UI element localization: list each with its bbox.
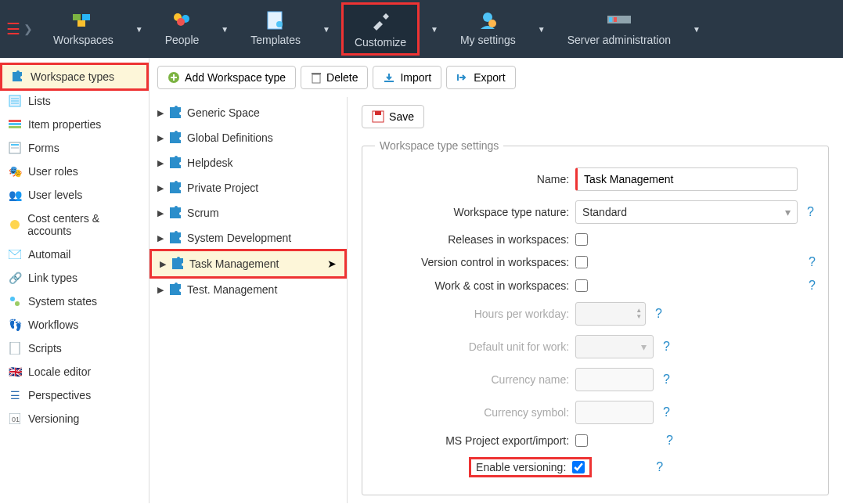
- tree-item[interactable]: ▶Global Definitions: [150, 125, 347, 150]
- chevron-down-icon[interactable]: ▼: [530, 25, 553, 34]
- mysettings-icon: [474, 9, 502, 32]
- help-icon[interactable]: ?: [663, 340, 670, 354]
- svg-rect-34: [375, 111, 381, 115]
- releases-checkbox[interactable]: [575, 233, 588, 246]
- tree-item[interactable]: ▶Private Project: [150, 175, 347, 200]
- svg-point-23: [10, 220, 20, 229]
- caret-icon: ▶: [157, 208, 164, 218]
- locale-icon: 🇬🇧: [8, 365, 22, 378]
- trash-icon: [311, 71, 322, 84]
- versioning-checkbox[interactable]: [572, 461, 585, 473]
- menu-icon[interactable]: ☰: [6, 20, 20, 38]
- svg-rect-12: [614, 17, 617, 22]
- help-icon[interactable]: ?: [656, 460, 663, 474]
- workspace-type-settings: Workspace type settings Name: Workspace …: [362, 139, 829, 495]
- svg-rect-18: [9, 123, 21, 125]
- svg-point-5: [177, 18, 185, 26]
- sidebar-item-locale-editor[interactable]: 🇬🇧 Locale editor: [0, 360, 149, 383]
- sidebar-item-scripts[interactable]: Scripts: [0, 337, 149, 360]
- nav-templates[interactable]: Templates: [240, 2, 312, 56]
- svg-text:01: 01: [12, 416, 20, 423]
- import-icon: [383, 72, 395, 83]
- forms-icon: [8, 142, 22, 154]
- puzzle-icon: [10, 70, 24, 83]
- sidebar-item-user-roles[interactable]: 🎭 User roles: [0, 160, 149, 183]
- link-icon: 🔗: [8, 272, 22, 284]
- tree-item[interactable]: ▶System Development: [150, 225, 347, 250]
- svg-rect-19: [9, 126, 21, 128]
- help-icon[interactable]: ?: [663, 405, 670, 419]
- workcost-label: Work & cost in workspaces:: [375, 279, 575, 292]
- customize-icon: [366, 11, 394, 34]
- caret-icon: ▶: [157, 158, 164, 168]
- nav-workspaces[interactable]: Workspaces: [42, 2, 124, 56]
- save-button[interactable]: Save: [362, 105, 424, 128]
- name-label: Name:: [375, 173, 575, 185]
- currency-symbol-label: Currency symbol:: [375, 406, 575, 419]
- delete-button[interactable]: Delete: [301, 66, 368, 89]
- export-button[interactable]: Export: [446, 66, 515, 89]
- nav-caret-icon: ❯: [23, 23, 33, 35]
- msproject-checkbox[interactable]: [575, 434, 588, 447]
- help-icon[interactable]: ?: [807, 205, 814, 219]
- nav-people[interactable]: People: [154, 2, 211, 56]
- import-button[interactable]: Import: [373, 66, 441, 89]
- vcs-label: Version control in workspaces:: [375, 256, 575, 268]
- name-input[interactable]: [575, 167, 798, 191]
- sidebar-item-workspace-types[interactable]: Workspace types: [0, 63, 149, 91]
- svg-point-9: [488, 20, 496, 27]
- sidebar-item-perspectives[interactable]: ☰ Perspectives: [0, 383, 149, 407]
- sidebar-item-versioning[interactable]: 01 Versioning: [0, 407, 149, 430]
- sidebar-item-automail[interactable]: Automail: [0, 243, 149, 266]
- sidebar-item-user-levels[interactable]: 👥 User levels: [0, 183, 149, 207]
- add-icon: [168, 71, 180, 84]
- caret-icon: ▶: [157, 233, 164, 243]
- chevron-down-icon[interactable]: ▼: [213, 25, 236, 34]
- svg-point-26: [15, 301, 20, 306]
- cursor-icon: ➤: [327, 257, 337, 270]
- states-icon: [8, 296, 22, 307]
- help-icon[interactable]: ?: [809, 279, 816, 293]
- tree-item[interactable]: ▶Generic Space: [150, 100, 347, 125]
- svg-rect-11: [609, 17, 612, 22]
- tree-item-selected[interactable]: ▶Task Management➤: [150, 249, 347, 279]
- sidebar-item-cost-centers[interactable]: Cost centers & accounts: [0, 207, 149, 243]
- sidebar-item-system-states[interactable]: System states: [0, 290, 149, 313]
- tree-item[interactable]: ▶Scrum: [150, 200, 347, 225]
- vcs-checkbox[interactable]: [575, 256, 588, 268]
- properties-icon: [8, 120, 22, 129]
- chevron-down-icon[interactable]: ▼: [128, 25, 151, 34]
- tree-item[interactable]: ▶Helpdesk: [150, 150, 347, 175]
- svg-rect-32: [312, 73, 321, 74]
- settings-legend: Workspace type settings: [375, 139, 503, 152]
- sidebar-item-item-properties[interactable]: Item properties: [0, 113, 149, 136]
- help-icon[interactable]: ?: [666, 434, 673, 448]
- sidebar-item-workflows[interactable]: 👣 Workflows: [0, 313, 149, 337]
- chevron-down-icon[interactable]: ▼: [423, 25, 446, 34]
- caret-icon: ▶: [157, 108, 164, 118]
- help-icon[interactable]: ?: [809, 255, 816, 269]
- svg-point-25: [10, 297, 15, 301]
- sidebar-item-forms[interactable]: Forms: [0, 136, 149, 160]
- sidebar-item-link-types[interactable]: 🔗 Link types: [0, 266, 149, 290]
- list-icon: [8, 95, 22, 107]
- workspace-type-tree: ▶Generic Space ▶Global Definitions ▶Help…: [150, 97, 348, 503]
- workspaces-icon: [69, 9, 97, 32]
- toolbar: Add Workspace type Delete Import Export: [150, 58, 843, 97]
- sidebar-item-lists[interactable]: Lists: [0, 89, 149, 113]
- nature-select[interactable]: Standard▾: [575, 200, 798, 224]
- chevron-down-icon[interactable]: ▼: [685, 25, 708, 34]
- export-icon: [456, 72, 469, 83]
- tree-item[interactable]: ▶Test. Management: [150, 277, 347, 302]
- hours-label: Hours per workday:: [375, 308, 575, 320]
- nav-customize[interactable]: Customize: [341, 2, 420, 56]
- workcost-checkbox[interactable]: [575, 279, 588, 292]
- chevron-down-icon[interactable]: ▼: [315, 25, 338, 34]
- people-icon: [168, 9, 196, 32]
- help-icon[interactable]: ?: [663, 373, 670, 387]
- nav-mysettings[interactable]: My settings: [449, 2, 527, 56]
- nav-server-admin[interactable]: Server administration: [557, 2, 682, 56]
- enable-versioning-highlight: Enable versioning:: [469, 457, 592, 477]
- help-icon[interactable]: ?: [655, 307, 662, 321]
- add-workspace-type-button[interactable]: Add Workspace type: [157, 66, 296, 89]
